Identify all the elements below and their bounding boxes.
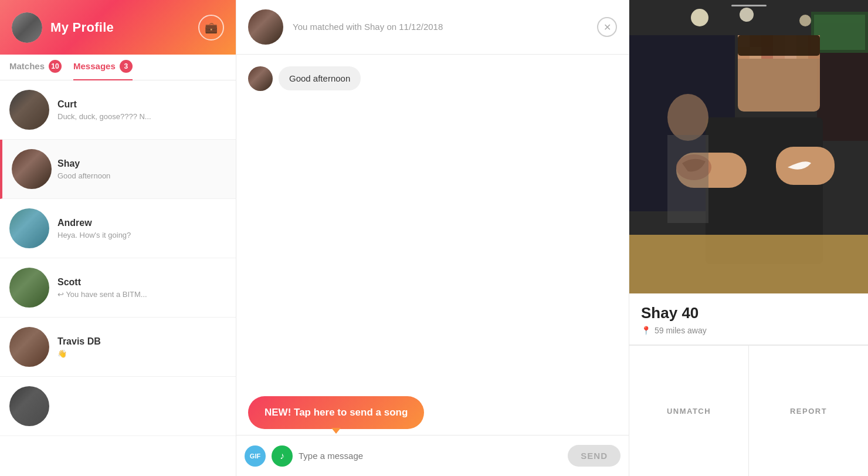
song-banner-button[interactable]: NEW! Tap here to send a song (248, 396, 424, 429)
chat-input-bar: GIF ♪ SEND (236, 435, 629, 476)
message-bubble: Good afternoon (279, 66, 361, 90)
contact-preview-travis: 👋 (57, 349, 226, 358)
send-button[interactable]: SEND (568, 445, 621, 467)
contact-avatar-unknown (9, 386, 49, 426)
profile-info: Shay 40 📍 59 miles away (629, 293, 868, 345)
header-left: My Profile (12, 12, 114, 43)
location-icon: 📍 (641, 326, 651, 335)
gif-button[interactable]: GIF (245, 445, 266, 467)
match-text: You matched with Shay on 11/12/2018 (293, 22, 443, 32)
sidebar: My Profile 💼 Matches 10 Messages 3 Curt … (0, 0, 236, 476)
chat-header-meta: You matched with Shay on 11/12/2018 (293, 22, 588, 32)
svg-point-1 (691, 9, 708, 26)
song-banner-container: NEW! Tap here to send a song (236, 396, 629, 435)
message-sender-avatar (248, 66, 273, 91)
contact-item-shay[interactable]: Shay Good afternoon (0, 140, 236, 199)
contact-item-scott[interactable]: Scott ↩ You have sent a BITM... (0, 258, 236, 318)
contact-preview-shay: Good afternoon (57, 171, 226, 180)
contact-info-shay: Shay Good afternoon (57, 158, 226, 180)
tab-matches[interactable]: Matches 10 (9, 55, 62, 80)
contact-name-shay: Shay (57, 158, 226, 169)
close-icon: ✕ (603, 22, 611, 33)
contact-avatar-travis (9, 327, 49, 367)
settings-button[interactable]: 💼 (198, 15, 224, 40)
tabs-bar: Matches 10 Messages 3 (0, 55, 236, 80)
contact-avatar-curt (9, 90, 49, 130)
contact-item-andrew[interactable]: Andrew Heya. How's it going? (0, 199, 236, 258)
profile-name: Shay (641, 304, 677, 322)
chat-header-avatar (248, 9, 283, 45)
profile-age: 40 (681, 304, 699, 322)
tab-messages[interactable]: Messages 3 (73, 55, 133, 80)
chat-messages: Good afternoon (236, 55, 629, 396)
matches-badge: 10 (49, 60, 62, 73)
profile-panel: Shay 40 📍 59 miles away UNMATCH REPORT (629, 0, 868, 476)
svg-point-29 (667, 94, 708, 141)
unmatch-button[interactable]: UNMATCH (629, 345, 749, 476)
contact-info-curt: Curt Duck, duck, goose???? N... (57, 99, 226, 121)
sidebar-title: My Profile (50, 20, 114, 35)
my-profile-avatar[interactable] (12, 12, 42, 43)
matches-tab-label: Matches (9, 61, 45, 71)
profile-name-age: Shay 40 (641, 304, 856, 322)
contact-name-travis: Travis DB (57, 336, 226, 347)
message-input[interactable] (299, 451, 562, 461)
chat-area: You matched with Shay on 11/12/2018 ✕ Go… (236, 0, 629, 476)
contact-item-curt[interactable]: Curt Duck, duck, goose???? N... (0, 80, 236, 140)
contact-info-andrew: Andrew Heya. How's it going? (57, 218, 226, 239)
contacts-list: Curt Duck, duck, goose???? N... Shay Goo… (0, 80, 236, 476)
profile-distance-text: 59 miles away (655, 326, 707, 335)
contact-avatar-shay (12, 149, 52, 189)
contact-avatar-scott (9, 268, 49, 308)
contact-name-andrew: Andrew (57, 218, 226, 228)
contact-name-curt: Curt (57, 99, 226, 110)
svg-rect-7 (814, 15, 865, 50)
profile-photo (629, 0, 868, 293)
messages-badge: 3 (120, 60, 133, 73)
contact-preview-scott: ↩ You have sent a BITM... (57, 290, 226, 299)
music-button[interactable]: ♪ (272, 445, 293, 467)
svg-rect-28 (629, 235, 868, 293)
contact-info-travis: Travis DB 👋 (57, 336, 226, 358)
svg-rect-27 (738, 35, 820, 56)
chat-close-button[interactable]: ✕ (597, 17, 617, 37)
contact-preview-curt: Duck, duck, goose???? N... (57, 112, 226, 121)
contact-preview-andrew: Heya. How's it going? (57, 231, 226, 239)
svg-point-3 (799, 15, 811, 26)
message-row: Good afternoon (248, 66, 617, 91)
profile-distance-row: 📍 59 miles away (641, 326, 856, 335)
svg-point-2 (740, 8, 754, 22)
profile-actions: UNMATCH REPORT (629, 345, 868, 476)
chat-header: You matched with Shay on 11/12/2018 ✕ (236, 0, 629, 55)
contact-name-scott: Scott (57, 277, 226, 288)
sidebar-header: My Profile 💼 (0, 0, 236, 55)
contact-info-scott: Scott ↩ You have sent a BITM... (57, 277, 226, 299)
contact-item-unknown[interactable] (0, 377, 236, 436)
briefcase-icon: 💼 (205, 21, 218, 34)
contact-avatar-andrew (9, 208, 49, 248)
contact-info-unknown (57, 405, 226, 407)
profile-photo-svg (629, 0, 868, 293)
report-button[interactable]: REPORT (749, 345, 868, 476)
photo-swipe-indicator (731, 5, 767, 6)
music-icon: ♪ (280, 451, 284, 461)
contact-item-travis[interactable]: Travis DB 👋 (0, 318, 236, 377)
messages-tab-label: Messages (73, 61, 116, 71)
svg-rect-30 (667, 135, 708, 223)
